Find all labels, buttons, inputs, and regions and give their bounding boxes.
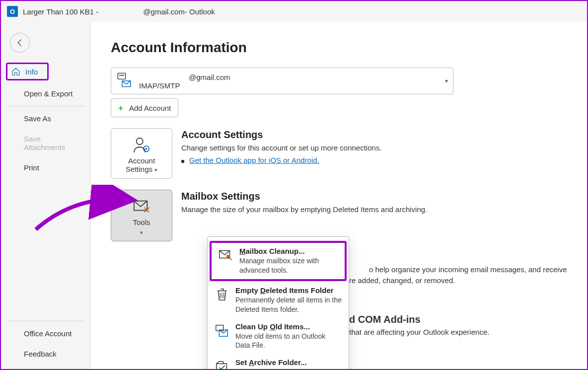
svg-point-4 bbox=[146, 148, 147, 150]
menu-mailbox-cleanup[interactable]: Mailbox Cleanup... Manage mailbox size w… bbox=[210, 241, 347, 281]
add-account-button[interactable]: ＋ Add Account bbox=[111, 98, 178, 117]
nav-separator-bottom bbox=[7, 321, 84, 321]
tools-btn-label: Tools bbox=[133, 218, 150, 226]
person-gear-icon bbox=[132, 137, 151, 153]
mailbox-cleanup-icon bbox=[219, 248, 233, 263]
archive-title-rest: rchive Folder... bbox=[254, 358, 307, 367]
mailbox-settings-title: Mailbox Settings bbox=[181, 191, 427, 202]
archive-accel: A bbox=[249, 358, 254, 367]
outlook-app-link[interactable]: Get the Outlook app for iOS or Android. bbox=[189, 156, 319, 164]
nav-save-as[interactable]: Save As bbox=[1, 108, 90, 129]
nav-save-as-label: Save As bbox=[24, 114, 51, 123]
add-account-label: Add Account bbox=[129, 104, 171, 112]
redacted-account-prefix bbox=[139, 73, 189, 80]
nav-office-account[interactable]: Office Account bbox=[1, 323, 90, 344]
nav-info-label: Info bbox=[25, 68, 38, 76]
archive-title-pre: Set bbox=[235, 358, 249, 367]
menu-clean-old[interactable]: Clean Up Old Items... Move old items to … bbox=[208, 318, 349, 355]
svg-point-2 bbox=[137, 138, 143, 145]
account-settings-btn-label: Account Settings bbox=[126, 156, 155, 173]
cleanold-desc: Move old items to an Outlook Data File. bbox=[235, 332, 342, 351]
content-panel: Account Information @gmail.com IMAP/SMTP… bbox=[90, 22, 587, 369]
addins-partial-title: d COM Add-ins bbox=[349, 314, 421, 325]
bullet-icon bbox=[181, 160, 184, 163]
cleanold-accel: O bbox=[270, 322, 276, 331]
empty-title-rest: eleted Items Folder bbox=[266, 286, 334, 295]
account-settings-title: Account Settings bbox=[181, 129, 382, 141]
svg-point-7 bbox=[226, 255, 229, 258]
nav-open-export-label: Open & Export bbox=[24, 89, 73, 98]
account-selector[interactable]: @gmail.com IMAP/SMTP ▾ bbox=[111, 68, 453, 94]
nav-info[interactable]: Info bbox=[6, 63, 49, 80]
rules-partial-line2: re added, changed, or removed. bbox=[349, 276, 455, 285]
account-email-suffix: @gmail.com bbox=[189, 73, 230, 81]
menu-set-archive[interactable]: Set Archive Folder... bbox=[208, 354, 349, 369]
titlebar: O Larger Than 100 KB1 - @gmail.com - Out… bbox=[1, 1, 587, 22]
menu-empty-deleted[interactable]: Empty Deleted Items Folder Permanently d… bbox=[208, 282, 349, 318]
archive-move-icon bbox=[215, 323, 229, 338]
nav-print-label: Print bbox=[24, 163, 39, 172]
nav-save-attachments: Save Attachments bbox=[1, 129, 90, 157]
chevron-down-icon: ▾ bbox=[140, 229, 143, 236]
folder-check-icon bbox=[215, 359, 229, 369]
page-title: Account Information bbox=[111, 40, 567, 56]
window-title-email-suffix: @gmail.com bbox=[143, 7, 185, 16]
cleanup-desc: Manage mailbox size with advanced tools. bbox=[239, 256, 338, 275]
nav-office-account-label: Office Account bbox=[24, 329, 72, 338]
svg-rect-0 bbox=[118, 73, 125, 79]
back-button[interactable] bbox=[10, 33, 30, 53]
empty-accel: D bbox=[260, 286, 266, 295]
chevron-down-icon: ▾ bbox=[154, 167, 157, 173]
account-settings-button[interactable]: Account Settings ▾ bbox=[111, 128, 172, 179]
backstage-sidebar: Info Open & Export Save As Save Attachme… bbox=[1, 22, 90, 369]
cleanup-accel: M bbox=[239, 247, 246, 255]
outlook-logo-icon: O bbox=[7, 6, 18, 17]
nav-open-export[interactable]: Open & Export bbox=[1, 83, 90, 104]
addins-partial-desc: that are affecting your Outlook experien… bbox=[349, 328, 489, 336]
cleanup-title-rest: ailbox Cleanup... bbox=[246, 247, 305, 255]
nav-separator bbox=[7, 106, 84, 106]
account-protocol: IMAP/SMTP bbox=[139, 81, 230, 90]
nav-save-attachments-label: Save Attachments bbox=[24, 135, 83, 151]
chevron-down-icon: ▾ bbox=[445, 77, 448, 84]
redacted-email-prefix bbox=[98, 8, 143, 16]
empty-desc: Permanently delete all items in the Dele… bbox=[235, 296, 342, 314]
tools-dropdown-menu: Mailbox Cleanup... Manage mailbox size w… bbox=[207, 236, 349, 369]
mailbox-tools-icon bbox=[132, 198, 151, 215]
window-title-prefix: Larger Than 100 KB1 - bbox=[23, 7, 98, 16]
nav-feedback[interactable]: Feedback bbox=[1, 344, 90, 364]
mailbox-settings-desc: Manage the size of your mailbox by empty… bbox=[181, 205, 427, 214]
arrow-left-icon bbox=[15, 38, 24, 47]
window-title-app: - Outlook bbox=[185, 7, 215, 16]
nav-print[interactable]: Print bbox=[1, 157, 90, 178]
cleanold-title-pre: Clean Up bbox=[235, 322, 270, 331]
svg-rect-1 bbox=[119, 75, 124, 76]
account-settings-desc: Change settings for this account or set … bbox=[181, 144, 382, 152]
trash-icon bbox=[215, 287, 229, 302]
rules-partial-line1: o help organize your incoming email mess… bbox=[369, 265, 567, 274]
tools-button[interactable]: Tools ▾ bbox=[111, 190, 172, 241]
mail-account-icon bbox=[116, 72, 133, 90]
nav-feedback-label: Feedback bbox=[24, 350, 57, 358]
home-icon bbox=[11, 67, 20, 76]
empty-title-pre: Empty bbox=[235, 286, 260, 295]
plus-icon: ＋ bbox=[116, 102, 125, 114]
svg-rect-10 bbox=[217, 364, 227, 369]
cleanold-title-rest: ld Items... bbox=[276, 322, 310, 331]
